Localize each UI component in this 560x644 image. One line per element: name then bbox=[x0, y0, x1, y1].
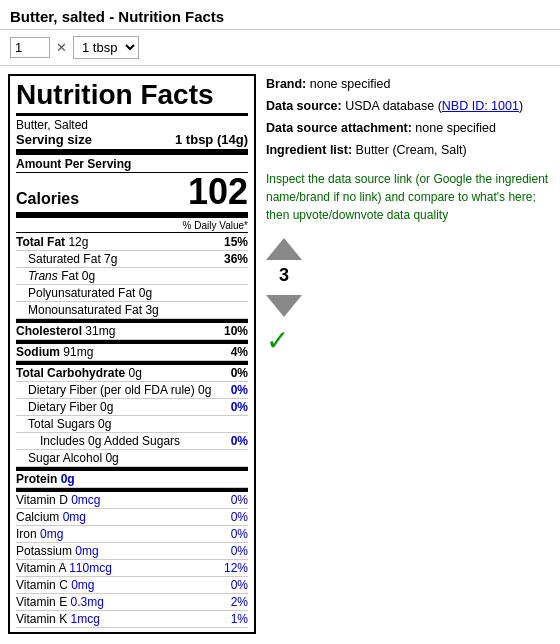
brand-value: none specified bbox=[306, 77, 390, 91]
nf-row-label: Saturated Fat 7g bbox=[16, 252, 117, 266]
nf-row-label: Total Fat 12g bbox=[16, 235, 88, 249]
attachment-label: Data source attachment: bbox=[266, 121, 412, 135]
nf-dv-header: % Daily Value* bbox=[16, 220, 248, 233]
nf-row-dv: 15% bbox=[224, 235, 248, 249]
nf-vitamin-dv: 2% bbox=[231, 595, 248, 609]
nf-vitamin-row-k: Potassium 0mg 0% bbox=[16, 543, 248, 560]
nf-row-df: Dietary Fiber 0g 0% bbox=[16, 399, 248, 416]
checkmark-icon: ✓ bbox=[266, 327, 289, 355]
nf-serving-value: 1 tbsp (14g) bbox=[175, 132, 248, 147]
nf-vitamin-label: Iron 0mg bbox=[16, 527, 63, 541]
nf-row-label: Polyunsaturated Fat 0g bbox=[16, 286, 152, 300]
nf-row-dv: 0% bbox=[231, 366, 248, 380]
nf-row-label: Total Sugars 0g bbox=[16, 417, 111, 431]
nf-row-dv: 0% bbox=[231, 400, 248, 414]
datasource-link[interactable]: NBD ID: 1001 bbox=[442, 99, 519, 113]
nf-vitamin-row-fe: Iron 0mg 0% bbox=[16, 526, 248, 543]
nf-row-label: Protein 0g bbox=[16, 472, 75, 486]
nf-row-poly-fat: Polyunsaturated Fat 0g bbox=[16, 285, 248, 302]
vote-up-button[interactable] bbox=[266, 238, 302, 260]
nf-vitamin-row-ca: Calcium 0mg 0% bbox=[16, 509, 248, 526]
nf-row-label: Total Carbohydrate 0g bbox=[16, 366, 142, 380]
nf-row-label: Sodium 91mg bbox=[16, 345, 93, 359]
times-icon: ✕ bbox=[56, 40, 67, 55]
nutrition-facts-panel: Nutrition Facts Butter, Salted Serving s… bbox=[8, 74, 256, 634]
vote-down-button[interactable] bbox=[266, 295, 302, 317]
inspect-text: Inspect the data source link (or Google … bbox=[266, 170, 552, 224]
nf-serving-label: Serving size bbox=[16, 132, 92, 147]
info-panel: Brand: none specified Data source: USDA … bbox=[266, 74, 552, 634]
nf-row-label: Dietary Fiber 0g bbox=[16, 400, 113, 414]
nf-vitamin-dv: 0% bbox=[231, 578, 248, 592]
nf-row-label: Sugar Alcohol 0g bbox=[16, 451, 119, 465]
nf-row-total-sugars: Total Sugars 0g bbox=[16, 416, 248, 433]
nf-vitamin-label: Vitamin D 0mcg bbox=[16, 493, 100, 507]
nf-vitamin-row-vk: Vitamin K 1mcg 1% bbox=[16, 611, 248, 628]
nf-vitamin-label: Vitamin E 0.3mg bbox=[16, 595, 104, 609]
nf-vitamin-dv: 0% bbox=[231, 544, 248, 558]
nf-row-total-carbs: Total Carbohydrate 0g 0% bbox=[16, 361, 248, 382]
nf-row-protein: Protein 0g bbox=[16, 467, 248, 488]
nf-row-dv: 10% bbox=[224, 324, 248, 338]
datasource-row: Data source: USDA database (NBD ID: 1001… bbox=[266, 96, 552, 116]
nf-row-label: Dietary Fiber (per old FDA rule) 0g bbox=[16, 383, 211, 397]
nf-row-total-fat: Total Fat 12g 15% bbox=[16, 234, 248, 251]
datasource-suffix: ) bbox=[519, 99, 523, 113]
nf-row-dv: 4% bbox=[231, 345, 248, 359]
attachment-row: Data source attachment: none specified bbox=[266, 118, 552, 138]
nf-row-trans-fat: Trans Fat 0g bbox=[16, 268, 248, 285]
nf-row-label: Includes 0g Added Sugars bbox=[16, 434, 180, 448]
nf-row-dv: 0% bbox=[231, 383, 248, 397]
nf-calories-label: Calories bbox=[16, 190, 79, 208]
nf-food-name: Butter, Salted bbox=[16, 118, 248, 132]
nf-row-df-old: Dietary Fiber (per old FDA rule) 0g 0% bbox=[16, 382, 248, 399]
nf-vitamin-dv: 0% bbox=[231, 510, 248, 524]
nf-row-label: Monounsaturated Fat 3g bbox=[16, 303, 159, 317]
nf-vitamin-label: Calcium 0mg bbox=[16, 510, 86, 524]
nf-row-dv: 0% bbox=[231, 434, 248, 448]
attachment-value: none specified bbox=[412, 121, 496, 135]
ingredient-row: Ingredient list: Butter (Cream, Salt) bbox=[266, 140, 552, 160]
unit-select[interactable]: 1 tbsp 100g 1 cup 1 oz bbox=[73, 36, 139, 59]
nf-vitamin-label: Vitamin A 110mcg bbox=[16, 561, 112, 575]
nf-vitamin-row-vd: Vitamin D 0mcg 0% bbox=[16, 492, 248, 509]
datasource-label: Data source: bbox=[266, 99, 342, 113]
vote-section: 3 ✓ bbox=[266, 238, 552, 355]
quantity-input[interactable] bbox=[10, 37, 50, 58]
nf-calories-value: 102 bbox=[188, 174, 248, 210]
page-title: Butter, salted - Nutrition Facts bbox=[0, 0, 560, 30]
datasource-value: USDA database ( bbox=[342, 99, 442, 113]
nf-row-sugar-alcohol: Sugar Alcohol 0g bbox=[16, 450, 248, 467]
ingredient-value: Butter (Cream, Salt) bbox=[352, 143, 467, 157]
nf-vitamin-row-va: Vitamin A 110mcg 12% bbox=[16, 560, 248, 577]
nf-row-mono-fat: Monounsaturated Fat 3g bbox=[16, 302, 248, 319]
brand-label: Brand: bbox=[266, 77, 306, 91]
nf-vitamin-row-ve: Vitamin E 0.3mg 2% bbox=[16, 594, 248, 611]
nf-vitamin-row-vc: Vitamin C 0mg 0% bbox=[16, 577, 248, 594]
nf-title: Nutrition Facts bbox=[16, 80, 248, 116]
brand-row: Brand: none specified bbox=[266, 74, 552, 94]
nf-row-cholesterol: Cholesterol 31mg 10% bbox=[16, 319, 248, 340]
nf-vitamins: Vitamin D 0mcg 0% Calcium 0mg 0% Iron 0m… bbox=[16, 488, 248, 628]
nf-vitamin-dv: 1% bbox=[231, 612, 248, 626]
ingredient-label: Ingredient list: bbox=[266, 143, 352, 157]
main-content: Nutrition Facts Butter, Salted Serving s… bbox=[0, 66, 560, 642]
nf-vitamin-label: Potassium 0mg bbox=[16, 544, 99, 558]
nf-vitamin-dv: 12% bbox=[224, 561, 248, 575]
nf-vitamin-dv: 0% bbox=[231, 527, 248, 541]
top-controls: ✕ 1 tbsp 100g 1 cup 1 oz bbox=[0, 30, 560, 66]
nf-calories-row: Calories 102 bbox=[16, 174, 248, 218]
nf-row-label: Cholesterol 31mg bbox=[16, 324, 115, 338]
nf-serving-row: Serving size 1 tbsp (14g) bbox=[16, 132, 248, 155]
nf-vitamin-label: Vitamin C 0mg bbox=[16, 578, 94, 592]
nf-vitamin-label: Vitamin K 1mcg bbox=[16, 612, 100, 626]
nf-row-added-sugars: Includes 0g Added Sugars 0% bbox=[16, 433, 248, 450]
vote-count: 3 bbox=[266, 264, 302, 287]
nf-row-dv: 36% bbox=[224, 252, 248, 266]
nf-row-label: Trans Fat 0g bbox=[16, 269, 95, 283]
nf-vitamin-dv: 0% bbox=[231, 493, 248, 507]
nf-row-sat-fat: Saturated Fat 7g 36% bbox=[16, 251, 248, 268]
nf-row-sodium: Sodium 91mg 4% bbox=[16, 340, 248, 361]
